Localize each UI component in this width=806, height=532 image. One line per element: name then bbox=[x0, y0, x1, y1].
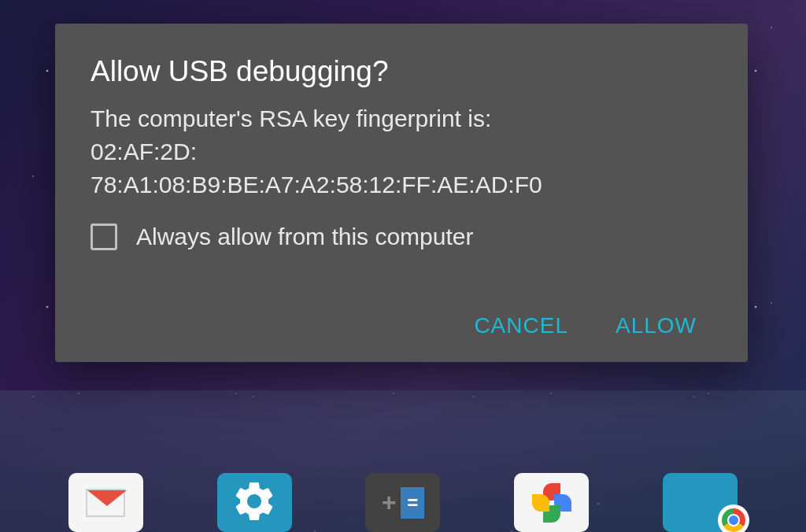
always-allow-label: Always allow from this computer bbox=[136, 224, 473, 250]
photos-app-icon[interactable] bbox=[514, 473, 589, 532]
fingerprint-line-1: 02:AF:2D: bbox=[91, 139, 197, 164]
files-app-icon[interactable] bbox=[663, 473, 738, 532]
usb-debugging-dialog: Allow USB debugging? The computer's RSA … bbox=[55, 24, 748, 362]
dialog-title: Allow USB debugging? bbox=[91, 55, 712, 88]
pinwheel-icon bbox=[532, 483, 571, 523]
always-allow-row[interactable]: Always allow from this computer bbox=[91, 224, 712, 250]
fingerprint-intro: The computer's RSA key fingerprint is: bbox=[91, 105, 491, 131]
always-allow-checkbox[interactable] bbox=[91, 224, 117, 250]
settings-app-icon[interactable] bbox=[217, 473, 292, 532]
cancel-button[interactable]: CANCEL bbox=[474, 313, 568, 338]
chrome-badge-icon bbox=[718, 504, 749, 532]
calculator-app-icon[interactable]: + = bbox=[365, 473, 440, 532]
dialog-body: The computer's RSA key fingerprint is: 0… bbox=[91, 102, 712, 201]
gear-icon bbox=[231, 478, 278, 528]
fingerprint-line-2: 78:A1:08:B9:BE:A7:A2:58:12:FF:AE:AD:F0 bbox=[91, 172, 542, 198]
gmail-app-icon[interactable] bbox=[68, 473, 143, 532]
calculator-icon: + = bbox=[382, 487, 425, 519]
app-dock: + = bbox=[0, 461, 806, 532]
mail-icon bbox=[86, 489, 125, 517]
dialog-actions: CANCEL ALLOW bbox=[91, 313, 712, 338]
allow-button[interactable]: ALLOW bbox=[616, 313, 697, 338]
